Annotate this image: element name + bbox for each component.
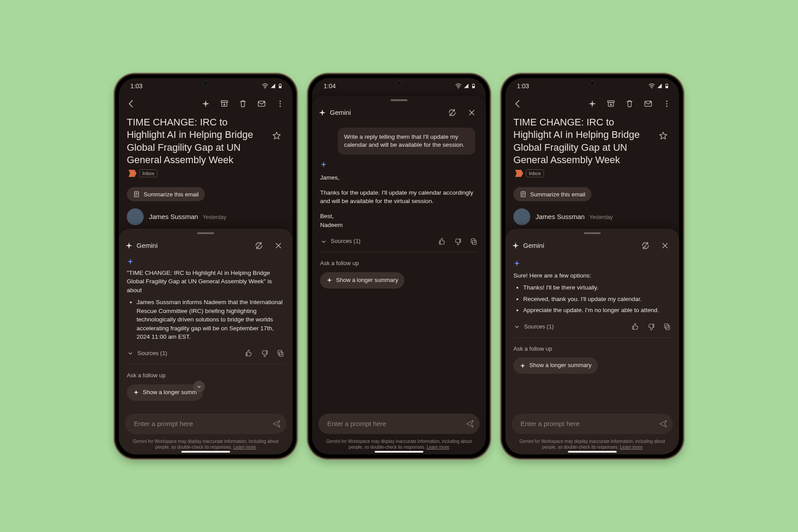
gemini-spark-icon <box>588 99 597 108</box>
suggestion-chip[interactable]: Show a longer summ <box>127 384 203 401</box>
send-button[interactable] <box>466 419 474 428</box>
drag-handle[interactable] <box>584 232 601 234</box>
send-button[interactable] <box>659 419 668 428</box>
prompt-input[interactable] <box>326 419 461 428</box>
status-time: 1:03 <box>130 82 142 90</box>
thumbs-down-icon <box>647 323 655 331</box>
sender-time: Yesterday <box>589 214 613 220</box>
gemini-button[interactable] <box>584 96 600 112</box>
summarize-email-chip[interactable]: Summarize this email <box>127 187 205 201</box>
prompt-input[interactable] <box>520 419 654 428</box>
phone-2: 1:04 Gemini Write a reply telling them t… <box>309 74 489 458</box>
reset-button[interactable] <box>444 105 460 121</box>
sources-toggle[interactable]: Sources (1) <box>127 349 167 358</box>
expand-suggestion-button[interactable] <box>193 381 205 392</box>
prompt-input[interactable] <box>133 419 268 428</box>
avatar <box>513 208 530 225</box>
gemini-panel: Gemini Sure! Here are a few options: Tha… <box>505 229 679 454</box>
signal-icon <box>463 83 469 89</box>
thumbs-up-icon <box>438 238 446 246</box>
summarize-email-chip[interactable]: Summarize this email <box>513 187 591 201</box>
reply-signature: Nadeem <box>320 221 478 230</box>
sources-toggle[interactable]: Sources (1) <box>320 237 360 246</box>
back-button[interactable] <box>510 96 526 112</box>
gemini-button[interactable] <box>198 96 214 112</box>
sender-name: James Sussman <box>536 213 585 220</box>
close-panel-button[interactable] <box>464 105 480 121</box>
thumbs-down-button[interactable] <box>261 349 269 357</box>
refresh-icon <box>641 241 650 250</box>
send-button[interactable] <box>272 419 281 428</box>
reset-button[interactable] <box>251 238 267 254</box>
battery-icon <box>278 82 283 90</box>
suggestion-chip[interactable]: Show a longer summary <box>513 357 598 374</box>
archive-icon <box>220 99 229 108</box>
mark-unread-button[interactable] <box>254 96 270 112</box>
drag-handle[interactable] <box>391 99 407 101</box>
star-outline-icon <box>658 131 668 141</box>
chevron-down-icon <box>320 238 327 245</box>
sender-row[interactable]: James Sussman Yesterday <box>513 208 671 225</box>
battery-icon <box>471 82 476 90</box>
user-prompt-bubble: Write a reply telling them that I'll upd… <box>338 128 475 155</box>
thumbs-up-button[interactable] <box>631 323 639 331</box>
prompt-input-bar[interactable] <box>318 414 480 434</box>
gemini-spark-icon <box>125 242 133 250</box>
thumbs-up-button[interactable] <box>438 238 446 246</box>
delete-button[interactable] <box>622 96 638 112</box>
thumbs-down-button[interactable] <box>647 323 655 331</box>
phone-3: 1:03 TIME CHANGE: IRC to <box>502 74 683 458</box>
reset-button[interactable] <box>638 238 653 254</box>
back-button[interactable] <box>123 96 139 112</box>
inbox-label[interactable]: Inbox <box>526 169 544 177</box>
sender-name: James Sussman <box>149 213 198 220</box>
home-indicator[interactable] <box>568 451 617 453</box>
status-time: 1:04 <box>324 82 336 90</box>
panel-title: Gemini <box>137 242 247 249</box>
gemini-panel: Gemini Write a reply telling them that I… <box>312 96 486 454</box>
more-button[interactable] <box>659 96 675 112</box>
copy-button[interactable] <box>663 323 671 331</box>
learn-more-link[interactable]: Learn more <box>233 445 256 450</box>
more-vert-icon <box>276 99 285 108</box>
thumbs-up-button[interactable] <box>245 349 253 357</box>
learn-more-link[interactable]: Learn more <box>620 445 642 450</box>
gemini-spark-icon <box>318 109 326 117</box>
learn-more-link[interactable]: Learn more <box>426 445 449 450</box>
signal-icon <box>270 83 276 89</box>
suggestion-chip[interactable]: Show a longer summary <box>320 272 404 289</box>
thumbs-down-icon <box>261 349 269 357</box>
document-icon <box>133 191 140 198</box>
summary-intro: "TIME CHANGE: IRC to Highlight AI in Hel… <box>127 269 285 295</box>
copy-button[interactable] <box>277 349 285 357</box>
mark-unread-button[interactable] <box>640 96 656 112</box>
drag-handle[interactable] <box>197 232 214 234</box>
home-indicator[interactable] <box>375 451 423 453</box>
inbox-label[interactable]: Inbox <box>139 169 157 177</box>
copy-button[interactable] <box>470 238 478 246</box>
reply-option: Thanks! I'll be there virtually. <box>523 283 671 292</box>
sources-toggle[interactable]: Sources (1) <box>513 323 554 331</box>
delete-button[interactable] <box>235 96 251 112</box>
back-arrow-icon <box>513 99 523 109</box>
trash-icon <box>239 99 247 108</box>
archive-button[interactable] <box>603 96 619 112</box>
more-button[interactable] <box>272 96 288 112</box>
close-icon <box>661 242 669 250</box>
sender-row[interactable]: James Sussman Yesterday <box>127 208 285 225</box>
options-intro: Sure! Here are a few options: <box>513 271 671 280</box>
prompt-input-bar[interactable] <box>125 414 286 434</box>
copy-icon <box>277 349 285 357</box>
thumbs-down-button[interactable] <box>454 238 462 246</box>
star-button[interactable] <box>655 128 671 144</box>
archive-button[interactable] <box>216 96 232 112</box>
importance-marker-icon[interactable] <box>515 170 523 177</box>
home-indicator[interactable] <box>181 451 230 453</box>
avatar <box>127 208 144 225</box>
importance-marker-icon[interactable] <box>129 170 137 177</box>
close-panel-button[interactable] <box>270 238 286 254</box>
gemini-panel: Gemini "TIME CHANGE: IRC to Highlight AI… <box>119 229 293 454</box>
close-panel-button[interactable] <box>657 238 673 254</box>
prompt-input-bar[interactable] <box>512 414 673 434</box>
star-button[interactable] <box>269 128 285 144</box>
